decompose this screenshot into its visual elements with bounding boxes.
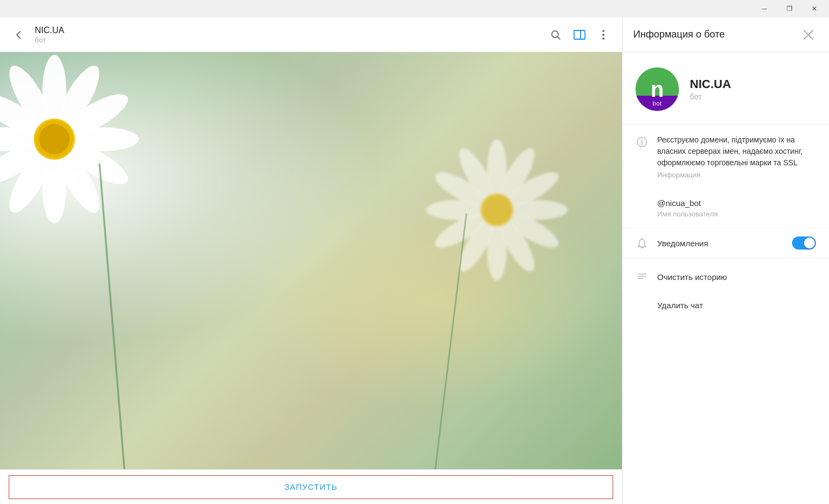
chat-subtitle: бот [35,36,546,44]
username-label: Имя пользователя [657,210,816,218]
svg-point-4 [602,30,604,32]
notifications-toggle[interactable] [792,237,816,250]
title-bar: ─ ❐ ✕ [0,0,829,17]
bot-profile: n bot NIC.UA бот [622,52,829,125]
username-text: @nicua_bot [657,198,816,208]
description-text: Реєструємо домени, підтримуємо їх на вла… [657,134,816,169]
start-button[interactable]: ЗАПУСТИТЬ [9,475,613,499]
description-block: Реєструємо домени, підтримуємо їх на вла… [657,134,816,179]
username-row: @nicua_bot Имя пользователя [622,189,829,228]
minimize-button[interactable]: ─ [752,0,777,17]
info-panel: Информация о боте n bot NIC.UA бот [622,17,829,504]
notifications-row: Уведомления [622,228,829,258]
search-button[interactable] [546,25,565,45]
svg-line-1 [558,36,560,39]
notifications-section: Уведомления [622,228,829,258]
bot-avatar: n bot [635,67,679,111]
username-spacer [635,200,649,213]
svg-point-5 [602,34,604,36]
svg-point-6 [602,38,604,40]
delete-chat-icon [635,298,649,312]
info-icon [635,135,649,148]
chat-panel: NIC.UA бот [0,17,622,504]
info-description-section: Реєструємо домени, підтримуємо їх на вла… [622,125,829,228]
chat-background [0,52,622,469]
bot-type: бот [690,92,731,101]
svg-line-36 [99,164,124,469]
more-button[interactable] [594,25,613,45]
clear-history-icon [635,270,649,283]
maximize-button[interactable]: ❐ [777,0,802,17]
info-close-button[interactable] [799,25,818,45]
chat-header-info: NIC.UA бот [35,25,546,43]
notifications-label: Уведомления [657,239,783,248]
delete-chat-row[interactable]: Удалить чат [622,291,829,319]
bot-name-section: NIC.UA бот [690,77,731,101]
info-panel-title: Информация о боте [633,29,799,40]
chat-header: NIC.UA бот [0,17,622,52]
delete-chat-label: Удалить чат [657,301,703,310]
description-row: Реєструємо домени, підтримуємо їх на вла… [622,125,829,189]
info-panel-header: Информация о боте [622,17,829,52]
actions-section: Очистить историю Удалить чат [622,258,829,323]
avatar-letter: n [651,77,664,102]
header-actions [546,25,613,45]
close-button[interactable]: ✕ [802,0,827,17]
clear-history-row[interactable]: Очистить историю [622,263,829,291]
svg-point-42 [641,140,643,141]
chat-footer: ЗАПУСТИТЬ [0,469,622,504]
bot-name: NIC.UA [690,77,731,91]
panel-toggle-button[interactable] [570,25,589,45]
clear-history-label: Очистить историю [657,272,727,282]
username-block: @nicua_bot Имя пользователя [657,198,816,218]
svg-line-37 [435,214,466,469]
svg-rect-2 [574,30,585,39]
back-button[interactable] [9,25,28,45]
app-container: NIC.UA бот [0,17,829,504]
chat-content [0,52,622,469]
bell-icon [635,237,649,250]
stems [0,52,622,469]
description-label: Информация [657,171,816,179]
chat-name: NIC.UA [35,25,546,35]
